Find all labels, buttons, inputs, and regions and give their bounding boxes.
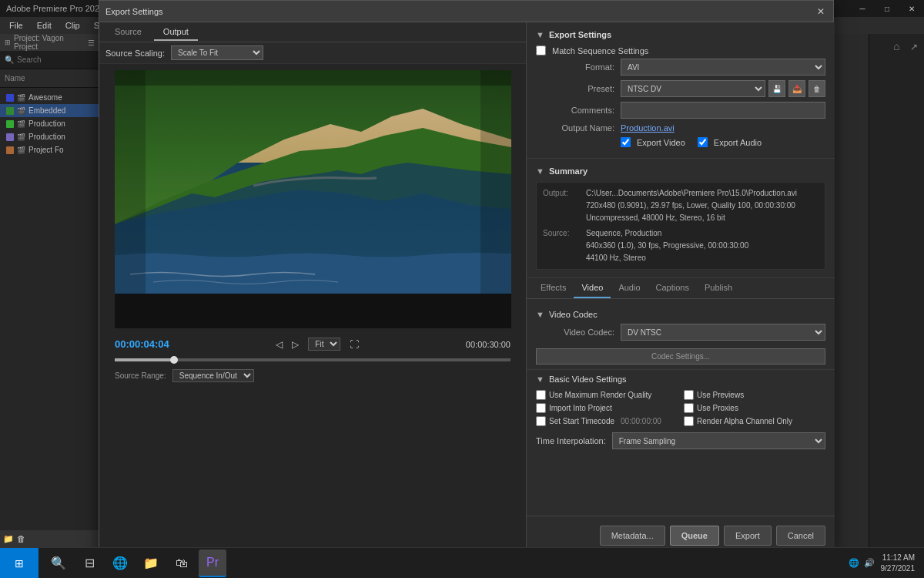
taskbar-store-icon[interactable]: 🛍 bbox=[168, 549, 196, 577]
svg-rect-5 bbox=[115, 70, 511, 86]
preview-video-content bbox=[115, 70, 511, 294]
home-icon[interactable]: ⌂ bbox=[893, 40, 899, 52]
match-sequence-checkbox[interactable] bbox=[536, 45, 546, 55]
fit-dropdown[interactable]: Fit bbox=[308, 338, 340, 351]
video-codec-header: ▼ Video Codec bbox=[536, 310, 825, 319]
close-button[interactable]: ✕ bbox=[899, 0, 924, 17]
codec-settings-button[interactable]: Codec Settings... bbox=[536, 348, 825, 365]
summary-expand-icon[interactable]: ▼ bbox=[536, 166, 544, 176]
timecode-row: 00:00:04:04 ◁ ▷ Fit ⛶ 00:00:30:00 bbox=[99, 334, 526, 354]
export-button[interactable]: Export bbox=[724, 526, 772, 546]
output-name-link[interactable]: Production.avi bbox=[621, 123, 675, 133]
summary-source-row: Source: Sequence, Production640x360 (1.0… bbox=[543, 227, 819, 264]
file-item-production1[interactable]: 🎬 Production bbox=[0, 117, 99, 130]
taskbar-clock[interactable]: 11:12 AM 9/27/2021 bbox=[881, 553, 916, 574]
summary-output-key: Output: bbox=[543, 187, 581, 224]
project-panel: ⊞ Project: Vagon Project ☰ 🔍 Name 🎬 Awes… bbox=[0, 34, 100, 547]
delete-icon[interactable]: 🗑 bbox=[17, 534, 25, 543]
tab-captions[interactable]: Captions bbox=[648, 278, 697, 298]
preview-controls-row: ◁ ▷ Fit ⛶ bbox=[276, 338, 359, 351]
file-item-production2[interactable]: 🎬 Production bbox=[0, 130, 99, 143]
file-name-projectfo: Project Fo bbox=[28, 146, 64, 154]
match-sequence-row: Match Sequence Settings bbox=[536, 45, 825, 55]
render-alpha-item: Render Alpha Channel Only bbox=[684, 416, 825, 426]
import-project-label: Import Into Project bbox=[549, 404, 612, 412]
right-panel-bg: ⌂ ↗ bbox=[869, 34, 924, 547]
video-codec-row: Video Codec: DV NTSC bbox=[536, 324, 825, 341]
codec-expand-icon[interactable]: ▼ bbox=[536, 310, 544, 319]
export-av-row: Export Video Export Audio bbox=[621, 137, 825, 150]
format-select[interactable]: AVI bbox=[621, 59, 825, 76]
panel-menu-icon[interactable]: ☰ bbox=[88, 39, 95, 47]
file-color-prod2 bbox=[6, 133, 14, 141]
fullscreen-icon[interactable]: ⛶ bbox=[350, 339, 359, 350]
scrubber-thumb[interactable] bbox=[170, 356, 178, 364]
comments-row: Comments: bbox=[536, 102, 825, 119]
menu-file[interactable]: File bbox=[3, 19, 29, 32]
render-alpha-checkbox[interactable] bbox=[684, 416, 694, 426]
taskbar-search-icon[interactable]: 🔍 bbox=[45, 549, 72, 577]
import-project-checkbox[interactable] bbox=[536, 403, 546, 413]
taskbar-taskview-icon[interactable]: ⊟ bbox=[75, 549, 103, 577]
summary-output-val: C:\User...Documents\Adobe\Premiere Pro\1… bbox=[586, 187, 797, 224]
preset-label: Preset: bbox=[536, 84, 621, 93]
set-start-tc-checkbox[interactable] bbox=[536, 416, 546, 426]
menu-edit[interactable]: Edit bbox=[31, 19, 58, 32]
source-tab[interactable]: Source bbox=[105, 24, 151, 41]
new-bin-icon[interactable]: 📁 bbox=[3, 534, 14, 544]
tab-publish[interactable]: Publish bbox=[697, 278, 740, 298]
use-proxies-checkbox[interactable] bbox=[684, 403, 694, 413]
import-preset-button[interactable]: 📥 bbox=[788, 80, 805, 97]
minimize-button[interactable]: ─ bbox=[850, 0, 875, 17]
file-item-embedded[interactable]: 🎬 Embedded bbox=[0, 104, 99, 117]
summary-section: ▼ Summary Output: C:\User...Documents\Ad… bbox=[527, 159, 835, 278]
source-scaling-label: Source Scaling: bbox=[105, 49, 165, 58]
tab-effects[interactable]: Effects bbox=[533, 278, 574, 298]
taskbar-edge-icon[interactable]: 🌐 bbox=[106, 549, 134, 577]
column-header: Name bbox=[0, 69, 99, 88]
source-range-row: Source Range: Sequence In/Out bbox=[99, 366, 526, 385]
dialog-close-button[interactable]: ✕ bbox=[815, 5, 827, 18]
use-previews-checkbox[interactable] bbox=[684, 390, 694, 400]
search-input[interactable] bbox=[17, 55, 79, 64]
expand-icon[interactable]: ▼ bbox=[536, 30, 544, 39]
windows-start-button[interactable]: ⊞ bbox=[0, 548, 38, 579]
time-interpolation-row: Time Interpolation: Frame Sampling bbox=[536, 432, 825, 449]
project-title: Project: Vagon Project bbox=[14, 34, 85, 51]
delete-preset-button[interactable]: 🗑 bbox=[808, 80, 825, 97]
dialog-preview-panel: Source Output Source Scaling: Scale To F… bbox=[99, 22, 527, 556]
taskbar-premiere-icon[interactable]: Pr bbox=[199, 549, 226, 577]
export-audio-checkbox[interactable] bbox=[698, 137, 708, 147]
file-item-awesome[interactable]: 🎬 Awesome bbox=[0, 91, 99, 104]
tab-audio[interactable]: Audio bbox=[611, 278, 648, 298]
preset-select[interactable]: NTSC DV bbox=[621, 80, 765, 97]
file-icon-3: 🎬 bbox=[17, 120, 25, 128]
file-name-embedded: Embedded bbox=[28, 106, 65, 115]
queue-button[interactable]: Queue bbox=[670, 526, 719, 546]
maximize-button[interactable]: □ bbox=[875, 0, 899, 17]
cancel-button[interactable]: Cancel bbox=[776, 526, 825, 546]
source-scaling-select[interactable]: Scale To Fit bbox=[171, 45, 263, 60]
comments-input[interactable] bbox=[621, 102, 825, 119]
taskbar-explorer-icon[interactable]: 📁 bbox=[137, 549, 165, 577]
scaling-row: Source Scaling: Scale To Fit bbox=[99, 42, 526, 64]
share-icon[interactable]: ↗ bbox=[910, 42, 918, 52]
output-tab[interactable]: Output bbox=[154, 24, 198, 41]
save-preset-button[interactable]: 💾 bbox=[768, 80, 785, 97]
export-settings-title: Export Settings bbox=[549, 30, 611, 39]
source-range-select[interactable]: Sequence In/Out bbox=[172, 369, 254, 382]
metadata-button[interactable]: Metadata... bbox=[600, 526, 665, 546]
tab-video[interactable]: Video bbox=[574, 278, 611, 298]
file-color-embedded bbox=[6, 107, 14, 115]
use-max-render-checkbox[interactable] bbox=[536, 390, 546, 400]
step-back-icon[interactable]: ◁ bbox=[276, 339, 283, 350]
time-interpolation-select[interactable]: Frame Sampling bbox=[612, 432, 825, 449]
time-interpolation-label: Time Interpolation: bbox=[536, 436, 606, 445]
menu-clip[interactable]: Clip bbox=[59, 19, 86, 32]
basic-video-expand-icon[interactable]: ▼ bbox=[536, 375, 544, 384]
scrubber-container[interactable] bbox=[115, 357, 511, 363]
file-item-projectfo[interactable]: 🎬 Project Fo bbox=[0, 143, 99, 156]
export-video-checkbox[interactable] bbox=[621, 137, 631, 147]
play-icon[interactable]: ▷ bbox=[292, 339, 299, 350]
video-codec-select[interactable]: DV NTSC bbox=[621, 324, 825, 341]
